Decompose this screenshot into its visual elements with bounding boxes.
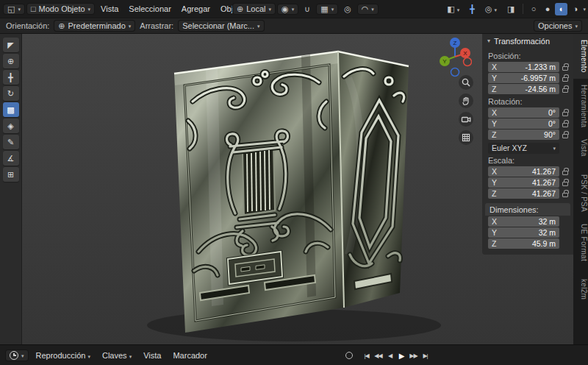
axis-label: Z — [488, 189, 498, 198]
scale-x-field[interactable]: X 41.267 — [488, 166, 559, 177]
shading-solid-button[interactable]: ● — [541, 3, 553, 15]
rotation-z-field[interactable]: Z 90° — [488, 130, 559, 140]
mode-selector[interactable]: □ Modo Objeto ▾ — [26, 3, 95, 15]
position-y-field[interactable]: Y -6.9957 m — [488, 73, 559, 83]
position-z-field[interactable]: Z -24.56 m — [488, 84, 559, 94]
visibility-dropdown[interactable]: ◧ ▾ — [442, 3, 464, 15]
tool-add-cube[interactable]: ⊞ — [3, 167, 19, 182]
tool-measure[interactable]: ∡ — [3, 151, 19, 166]
rotation-y-row: Y 0° — [488, 118, 570, 129]
pivot-point-dropdown[interactable]: ◉ ▾ — [277, 4, 298, 15]
dimensions-y-field[interactable]: Y 32 m — [488, 227, 559, 238]
lock-icon[interactable] — [559, 118, 570, 129]
pivot-icon: ◉ — [282, 5, 289, 13]
menu-vista[interactable]: Vista — [96, 3, 123, 15]
camera-view-button[interactable] — [459, 112, 473, 127]
zoom-button[interactable] — [459, 75, 473, 90]
tool-cursor[interactable]: ⊕ — [3, 54, 19, 68]
transform-orientation-dropdown[interactable]: ⊕ Local ▾ — [232, 3, 276, 15]
next-keyframe-button[interactable]: ▶▶ — [408, 349, 419, 362]
lock-icon[interactable] — [559, 62, 570, 72]
snap-settings-dropdown[interactable]: ▦ ▾ — [316, 4, 338, 15]
rotation-x-row: X 0° — [488, 107, 570, 118]
gizmos-toggle[interactable]: ╋ — [465, 3, 479, 15]
timeline-editor-selector[interactable]: ▾ — [5, 350, 29, 361]
scale-y-field[interactable]: Y 41.267 — [488, 177, 559, 188]
tool-scale[interactable]: ▩ — [3, 102, 19, 117]
tab-ue-format[interactable]: UE Format — [573, 218, 588, 267]
menu-claves[interactable]: Claves ▾ — [98, 350, 136, 361]
lock-icon[interactable] — [559, 166, 570, 177]
grid-icon — [461, 132, 471, 143]
frame-back-button[interactable]: ◀ — [384, 349, 395, 362]
menu-vista-timeline[interactable]: Vista — [139, 350, 165, 361]
snap-toggle[interactable]: ∪ — [300, 3, 315, 15]
falloff-dropdown[interactable]: ◠ ▾ — [357, 4, 379, 15]
lock-icon[interactable] — [559, 130, 570, 140]
prev-keyframe-button[interactable]: ◀◀ — [373, 349, 384, 362]
shading-material-button[interactable]: ◐ — [555, 3, 567, 15]
axis-label: Y — [488, 74, 498, 82]
tool-select-box[interactable]: ◤ — [3, 38, 19, 52]
tool-annotate[interactable]: ✎ — [3, 135, 19, 149]
transform-panel: ▾ Transformación Posición: X -1.233 m Y … — [482, 34, 573, 255]
chevron-down-icon: ▾ — [292, 7, 295, 12]
menu-seleccionar[interactable]: Seleccionar — [124, 3, 175, 15]
shading-rendered-button[interactable]: ◑ — [569, 3, 581, 15]
tool-move[interactable]: ╋ — [3, 70, 19, 85]
dimensions-x-field[interactable]: X 32 m — [488, 216, 559, 227]
play-button[interactable]: ▶ — [396, 349, 407, 362]
dimensions-subheader[interactable]: Dimensiones: — [485, 203, 570, 216]
editor-type-selector[interactable]: ◱ ▾ — [3, 4, 25, 15]
snap-target-icon: ▦ — [320, 5, 328, 13]
position-x-field[interactable]: X -1.233 m — [488, 62, 559, 72]
jump-start-button[interactable]: |◀ — [361, 349, 372, 362]
menu-reproduccion[interactable]: Reproducción ▾ — [32, 350, 95, 361]
tool-settings-bar: Orientación: ⊕ Predeterminado ▾ Arrastra… — [0, 18, 588, 34]
panel-header[interactable]: ▾ Transformación — [482, 34, 573, 49]
xray-toggle[interactable]: ◨ — [503, 3, 519, 15]
position-z-row: Z -24.56 m — [488, 84, 570, 94]
drag-setting-dropdown[interactable]: Seleccionar (Marc... ▾ — [178, 20, 264, 32]
scale-z-field[interactable]: Z 41.267 — [488, 188, 559, 199]
field-value: 32 m — [498, 228, 559, 237]
lock-icon[interactable] — [559, 177, 570, 188]
auto-key-toggle[interactable] — [345, 352, 353, 359]
separator — [523, 4, 523, 14]
tool-transform[interactable]: ◈ — [3, 118, 19, 133]
scale-z-row: Z 41.267 — [488, 188, 570, 199]
overlays-dropdown[interactable]: ◎ ▾ — [481, 3, 501, 15]
clock-icon — [10, 351, 18, 360]
tab-kel2m[interactable]: kel2m — [573, 273, 588, 305]
lock-icon[interactable] — [559, 84, 570, 94]
options-dropdown[interactable]: Opciones ▾ — [534, 20, 582, 32]
tool-rotate[interactable]: ↻ — [3, 86, 19, 101]
tab-herramienta[interactable]: Herramienta — [573, 79, 588, 133]
lock-icon[interactable] — [559, 107, 570, 118]
menu-marcador[interactable]: Marcador — [168, 350, 211, 361]
tab-psk-psa[interactable]: PSK / PSA — [573, 169, 588, 218]
axis-label: X — [488, 167, 498, 176]
chevron-down-icon: ▾ — [553, 146, 556, 151]
reproduccion-label: Reproducción — [36, 351, 86, 360]
orientation-gizmo[interactable]: Z Y X — [438, 35, 472, 78]
jump-end-button[interactable]: ▶| — [420, 349, 431, 362]
rotation-x-field[interactable]: X 0° — [488, 107, 559, 118]
rotation-mode-dropdown[interactable]: Euler XYZ ▾ — [488, 143, 559, 154]
tab-elemento[interactable]: Elemento — [573, 34, 588, 79]
shading-wireframe-button[interactable]: ○ — [527, 3, 539, 15]
claves-label: Claves — [102, 351, 127, 360]
orientation-setting-dropdown[interactable]: ⊕ Predeterminado ▾ — [54, 20, 135, 32]
proportional-editing-toggle[interactable]: ◎ — [340, 3, 356, 15]
tab-vista[interactable]: Vista — [573, 133, 588, 163]
ortho-toggle-button[interactable] — [459, 130, 473, 145]
pan-button[interactable] — [459, 93, 473, 108]
gizmo-x-neg-axis[interactable] — [464, 58, 472, 66]
gizmo-z-label: Z — [453, 40, 457, 46]
gizmo-z-neg-axis[interactable] — [451, 68, 459, 77]
rotation-y-field[interactable]: Y 0° — [488, 118, 559, 129]
lock-icon[interactable] — [559, 73, 570, 83]
lock-icon[interactable] — [559, 188, 570, 199]
menu-agregar[interactable]: Agregar — [177, 3, 215, 15]
dimensions-z-field[interactable]: Z 45.9 m — [488, 238, 559, 249]
